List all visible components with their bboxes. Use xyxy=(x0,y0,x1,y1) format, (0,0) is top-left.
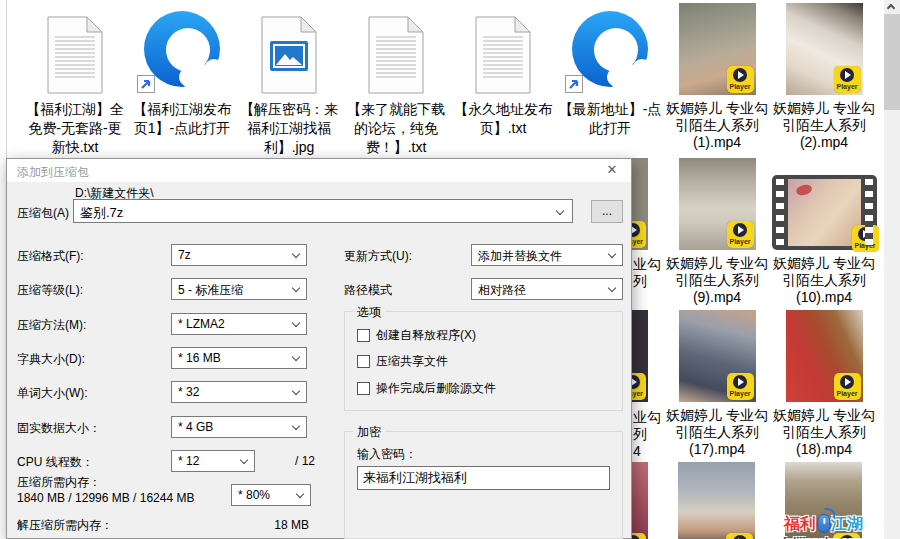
solid-combobox[interactable]: * 4 GB xyxy=(171,416,307,438)
desktop-video-9[interactable]: Player 妖媚婷儿 专业勾 引陌生人系列 (9).mp4 xyxy=(664,158,770,306)
video-thumbnail-filmstrip: Player xyxy=(771,158,877,250)
format-combobox[interactable]: 7z xyxy=(171,244,307,266)
archive-name-combobox[interactable]: 鉴别.7z xyxy=(73,199,573,223)
play-icon xyxy=(733,535,747,539)
level-value: 5 - 标准压缩 xyxy=(178,282,243,299)
desktop-video-19[interactable]: Player xyxy=(678,462,755,539)
shared-files-checkbox-row[interactable]: 压缩共享文件 xyxy=(357,353,448,370)
desktop-video-2[interactable]: Player 妖媚婷儿 专业勾 引陌生人系列 (2).mp4 xyxy=(771,5,877,151)
chevron-down-icon xyxy=(292,284,300,292)
player-badge-icon: Player xyxy=(726,533,753,539)
dict-value: * 16 MB xyxy=(178,351,221,365)
path-mode-value: 相对路径 xyxy=(478,282,526,299)
player-badge-label: Player xyxy=(727,389,754,398)
filmstrip-icon: Player xyxy=(772,175,877,250)
chevron-down-icon xyxy=(296,490,304,498)
chevron-down-icon xyxy=(608,250,616,258)
format-value: 7z xyxy=(178,248,191,262)
cpu-combobox[interactable]: * 12 xyxy=(171,450,255,472)
sfx-checkbox-row[interactable]: 创建自释放程序(X) xyxy=(357,327,476,344)
close-icon[interactable]: ✕ xyxy=(597,159,627,181)
solid-value: * 4 GB xyxy=(178,420,213,434)
chevron-up-icon xyxy=(887,4,895,12)
player-badge-label: Player xyxy=(727,237,754,246)
word-combobox[interactable]: * 32 xyxy=(171,381,307,403)
chevron-down-icon xyxy=(292,353,300,361)
decompress-memory-value: 18 MB xyxy=(247,518,309,532)
sfx-checkbox-label: 创建自释放程序(X) xyxy=(376,327,476,344)
file-label: 妖媚婷儿 专业勾 引陌生人系列 (2).mp4 xyxy=(764,100,884,151)
scrollbar-thumb[interactable] xyxy=(884,14,900,110)
checkbox-unchecked[interactable] xyxy=(357,355,370,368)
path-mode-combobox[interactable]: 相对路径 xyxy=(471,278,623,300)
file-label: 【解压密码：来 福利江湖找福 利】.jpg xyxy=(236,100,342,157)
method-combobox[interactable]: * LZMA2 xyxy=(171,313,307,335)
chevron-down-icon xyxy=(556,207,564,215)
desktop-video-17[interactable]: Player 妖媚婷儿 专业勾 引陌生人系列 (17).mp4 xyxy=(664,310,770,458)
update-mode-label: 更新方式(U): xyxy=(344,248,412,265)
path-mode-label: 路径模式 xyxy=(344,282,392,299)
desktop-file-jpg[interactable]: 【解压密码：来 福利江湖找福 利】.jpg xyxy=(236,5,342,157)
memory-percent-combobox[interactable]: * 80% xyxy=(231,484,311,506)
delete-source-checkbox-row[interactable]: 操作完成后删除源文件 xyxy=(357,380,496,397)
level-label: 压缩等级(L): xyxy=(17,282,83,299)
file-label: 妖媚婷儿 专业勾 引陌生人系列 (18).mp4 xyxy=(764,407,884,458)
file-label: 【福利江湖发布 页1】-点此打开 xyxy=(129,100,235,138)
dict-combobox[interactable]: * 16 MB xyxy=(171,347,307,369)
desktop-shortcut-qq-2[interactable]: 【最新地址】-点 此打开 xyxy=(557,5,663,138)
dialog-title: 添加到压缩包 xyxy=(17,164,89,181)
file-label: 【来了就能下载 的论坛，纯免 费！】.txt xyxy=(343,100,449,157)
video-thumbnail: Player xyxy=(664,5,770,95)
browse-button[interactable]: ... xyxy=(591,200,623,223)
play-icon xyxy=(840,68,854,82)
desktop-shortcut-qq-1[interactable]: 【福利江湖发布 页1】-点此打开 xyxy=(129,5,235,138)
player-badge-label: Player xyxy=(834,82,861,91)
chevron-down-icon xyxy=(292,387,300,395)
update-mode-combobox[interactable]: 添加并替换文件 xyxy=(471,244,623,266)
player-badge-icon: Player xyxy=(834,373,861,400)
desktop-file-txt-1[interactable]: 【福利江湖】全 免费-无套路-更 新快.txt xyxy=(22,5,128,157)
player-badge-icon: Player xyxy=(727,221,754,248)
method-label: 压缩方法(M): xyxy=(17,317,86,334)
word-value: * 32 xyxy=(178,385,199,399)
method-value: * LZMA2 xyxy=(178,317,225,331)
checkbox-unchecked[interactable] xyxy=(357,329,370,342)
file-label: 【福利江湖】全 免费-无套路-更 新快.txt xyxy=(22,100,128,157)
cpu-max-suffix: / 12 xyxy=(295,454,315,468)
player-badge-label: Player xyxy=(852,241,879,250)
play-icon xyxy=(733,375,747,389)
dialog-titlebar: 添加到压缩包 ✕ xyxy=(7,159,631,182)
checkbox-unchecked[interactable] xyxy=(357,382,370,395)
image-file-icon xyxy=(236,5,342,95)
watermark: 福利江湖 fulijianghu.com xyxy=(783,514,864,539)
desktop-file-txt-2[interactable]: 【来了就能下载 的论坛，纯免 费！】.txt xyxy=(343,5,449,157)
chevron-down-icon xyxy=(608,284,616,292)
text-file-icon xyxy=(343,5,449,95)
player-badge-icon: Player xyxy=(727,66,754,93)
level-combobox[interactable]: 5 - 标准压缩 xyxy=(171,278,307,300)
desktop-video-18[interactable]: Player 妖媚婷儿 专业勾 引陌生人系列 (18).mp4 xyxy=(771,310,877,458)
player-badge-label: Player xyxy=(727,82,754,91)
file-label: 妖媚婷儿 专业勾 引陌生人系列 (10).mp4 xyxy=(764,255,884,306)
chevron-down-icon xyxy=(240,456,248,464)
chevron-down-icon xyxy=(292,422,300,430)
archive-name-value: 鉴别.7z xyxy=(80,204,123,222)
scroll-up-button[interactable] xyxy=(884,0,900,14)
text-file-icon xyxy=(22,5,128,95)
text-file-icon xyxy=(450,5,556,95)
desktop-video-1[interactable]: Player 妖媚婷儿 专业勾 引陌生人系列 (1).mp4 xyxy=(664,5,770,151)
desktop-file-txt-3[interactable]: 【永久地址发布 页】.txt xyxy=(450,5,556,138)
delete-source-checkbox-label: 操作完成后删除源文件 xyxy=(376,380,496,397)
desktop-video-20[interactable]: Player 福利江湖 fulijianghu.com xyxy=(785,462,862,539)
play-icon xyxy=(840,375,854,389)
player-badge-icon: Player xyxy=(852,225,879,252)
update-mode-value: 添加并替换文件 xyxy=(478,248,562,265)
desktop-video-10[interactable]: Player 妖媚婷儿 专业勾 引陌生人系列 (10).mp4 xyxy=(771,158,877,306)
video-thumbnail: Player xyxy=(771,310,877,402)
password-input[interactable] xyxy=(357,466,610,490)
vertical-scrollbar[interactable] xyxy=(884,0,900,539)
file-label: 妖媚婷儿 专业勾 引陌生人系列 (9).mp4 xyxy=(657,255,777,306)
memory-percent-value: * 80% xyxy=(238,488,270,502)
cpu-label: CPU 线程数： xyxy=(17,454,94,471)
archive-label: 压缩包(A) xyxy=(17,205,69,222)
